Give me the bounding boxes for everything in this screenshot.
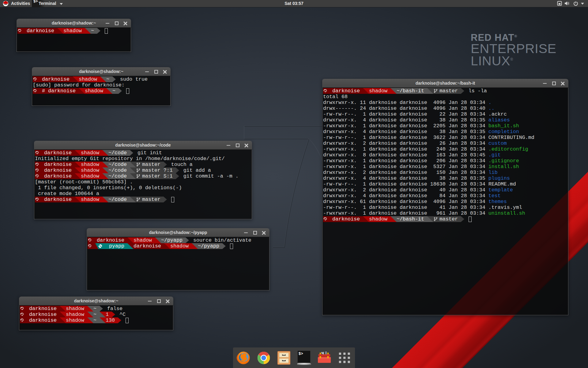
svg-text:$>: $> — [299, 352, 303, 356]
